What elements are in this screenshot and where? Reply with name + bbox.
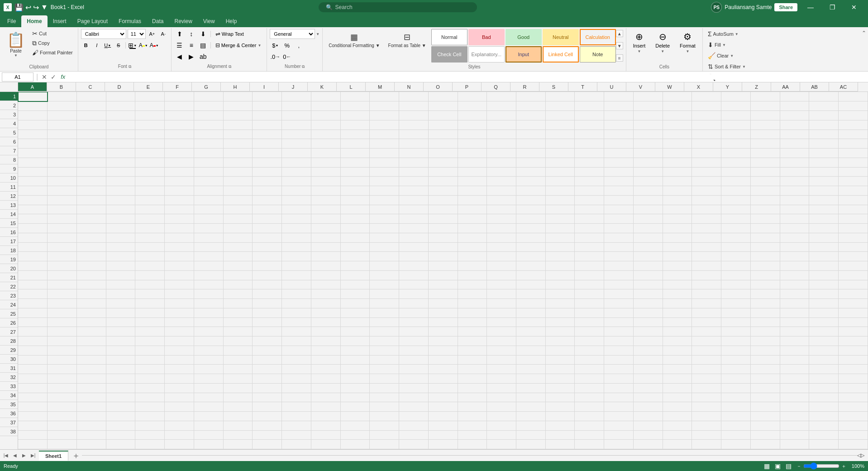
cell-t5[interactable] [575, 130, 604, 139]
cell-b2[interactable] [48, 101, 77, 111]
scroll-first-sheet[interactable]: |◀ [2, 452, 10, 460]
cell-d2[interactable] [106, 101, 135, 111]
cell-m27[interactable] [370, 336, 399, 346]
cell-n3[interactable] [399, 111, 429, 120]
cell-x37[interactable] [692, 430, 721, 440]
cell-g6[interactable] [194, 139, 223, 149]
cell-o30[interactable] [428, 365, 458, 374]
cell-s37[interactable] [545, 430, 575, 440]
cell-h21[interactable] [223, 280, 253, 289]
cell-a36[interactable] [18, 421, 48, 430]
cell-y9[interactable] [721, 167, 751, 177]
cell-n28[interactable] [399, 346, 429, 355]
cell-r33[interactable] [516, 393, 545, 402]
cell-i11[interactable] [253, 186, 282, 196]
cell-f24[interactable] [165, 308, 194, 317]
cell-w33[interactable] [663, 393, 692, 402]
cell-s33[interactable] [545, 393, 575, 402]
cell-aa37[interactable] [780, 430, 809, 440]
number-format-dropdown-icon[interactable]: ▼ [316, 32, 320, 36]
cell-h34[interactable] [223, 402, 253, 412]
cell-g37[interactable] [194, 430, 223, 440]
cell-z19[interactable] [750, 261, 780, 271]
cell-p26[interactable] [458, 327, 487, 336]
cell-f14[interactable] [165, 214, 194, 224]
cell-x27[interactable] [692, 336, 721, 346]
cell-w5[interactable] [663, 130, 692, 139]
cell-g24[interactable] [194, 308, 223, 317]
cell-ac30[interactable] [839, 365, 868, 374]
grid-container[interactable]: 1234567891011121314151617181920212223242… [0, 92, 868, 449]
cell-j10[interactable] [282, 177, 311, 186]
cell-e34[interactable] [135, 402, 165, 412]
cell-q25[interactable] [487, 317, 516, 327]
cell-d38[interactable] [106, 440, 135, 449]
increase-indent-button[interactable]: ▶ [186, 52, 197, 62]
cell-d22[interactable] [106, 289, 135, 299]
row-num-13[interactable]: 13 [0, 201, 18, 210]
cell-i8[interactable] [253, 158, 282, 167]
row-num-14[interactable]: 14 [0, 210, 18, 219]
paste-button[interactable]: 📋 Paste ▼ [3, 29, 29, 60]
cell-a37[interactable] [18, 430, 48, 440]
row-num-24[interactable]: 24 [0, 300, 18, 309]
cell-a20[interactable] [18, 270, 48, 280]
cell-o8[interactable] [428, 158, 458, 167]
cell-i32[interactable] [253, 383, 282, 393]
cell-b14[interactable] [48, 214, 77, 224]
col-header-x[interactable]: X [684, 82, 713, 91]
align-left-button[interactable]: ☰ [174, 40, 185, 50]
cell-c11[interactable] [76, 186, 106, 196]
cell-d5[interactable] [106, 130, 135, 139]
cell-aa17[interactable] [780, 242, 809, 252]
col-header-t[interactable]: T [568, 82, 597, 91]
cell-p34[interactable] [458, 402, 487, 412]
cell-o19[interactable] [428, 261, 458, 271]
cell-z6[interactable] [750, 139, 780, 149]
cell-v9[interactable] [633, 167, 663, 177]
cell-z20[interactable] [750, 270, 780, 280]
cell-e5[interactable] [135, 130, 165, 139]
cell-m33[interactable] [370, 393, 399, 402]
cell-e27[interactable] [135, 336, 165, 346]
cell-k3[interactable] [311, 111, 340, 120]
cell-w23[interactable] [663, 299, 692, 308]
cell-j33[interactable] [282, 393, 311, 402]
cell-o23[interactable] [428, 299, 458, 308]
cell-x2[interactable] [692, 101, 721, 111]
cell-c18[interactable] [76, 252, 106, 261]
cell-e13[interactable] [135, 205, 165, 214]
cell-w20[interactable] [663, 270, 692, 280]
cell-ab5[interactable] [809, 130, 839, 139]
styles-scroll-up[interactable]: ▲ [616, 30, 623, 37]
cell-w29[interactable] [663, 355, 692, 365]
cell-d1[interactable] [106, 92, 135, 101]
cell-j30[interactable] [282, 365, 311, 374]
cell-ab36[interactable] [809, 421, 839, 430]
cell-y37[interactable] [721, 430, 751, 440]
cell-u29[interactable] [604, 355, 634, 365]
cell-m3[interactable] [370, 111, 399, 120]
cell-n20[interactable] [399, 270, 429, 280]
cell-x8[interactable] [692, 158, 721, 167]
cell-g21[interactable] [194, 280, 223, 289]
row-num-6[interactable]: 6 [0, 137, 18, 146]
cell-d24[interactable] [106, 308, 135, 317]
row-num-8[interactable]: 8 [0, 155, 18, 164]
cell-y30[interactable] [721, 365, 751, 374]
cell-e12[interactable] [135, 195, 165, 205]
cell-l16[interactable] [340, 233, 370, 242]
cell-g29[interactable] [194, 355, 223, 365]
cell-w12[interactable] [663, 195, 692, 205]
cell-g8[interactable] [194, 158, 223, 167]
cell-d7[interactable] [106, 149, 135, 158]
cell-z31[interactable] [750, 374, 780, 384]
cell-q23[interactable] [487, 299, 516, 308]
cell-t12[interactable] [575, 195, 604, 205]
cell-z36[interactable] [750, 421, 780, 430]
cell-u17[interactable] [604, 242, 634, 252]
cell-h14[interactable] [223, 214, 253, 224]
cell-n1[interactable] [399, 92, 429, 101]
row-num-23[interactable]: 23 [0, 291, 18, 300]
cell-a28[interactable] [18, 346, 48, 355]
